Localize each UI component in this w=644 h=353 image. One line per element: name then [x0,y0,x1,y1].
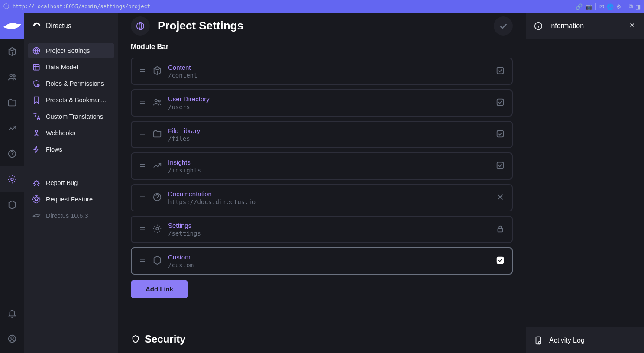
security-heading: Security [131,333,513,353]
panel-icon[interactable]: ⧉ [629,3,633,10]
module-rail [0,13,24,353]
rail-insights[interactable] [0,115,24,141]
svg-point-5 [11,337,13,339]
save-button[interactable] [494,16,513,36]
svg-rect-28 [497,162,504,168]
checkbox-icon[interactable] [495,97,505,109]
checkbox-icon[interactable] [495,66,505,77]
rail-content[interactable] [0,39,24,64]
module-name: File Library [168,127,200,134]
nav-divider [28,166,114,166]
browser-toolbar: 🔗 📷 ✉ 🌐 ⚙ ⧉ ◨ [576,3,641,10]
module-bar-label: Module Bar [131,43,513,51]
svg-point-48 [538,341,541,344]
page-header: Project Settings [118,13,526,39]
module-row[interactable]: User Directory /users [131,89,513,117]
globe-icon[interactable]: 🌐 [607,3,614,10]
info-icon: ⓘ [3,3,9,10]
nav-presets[interactable]: Presets & Bookmar… [28,92,114,108]
svg-rect-25 [497,130,504,137]
svg-rect-22 [497,99,504,105]
module-icon [152,256,162,267]
info-body [526,39,644,327]
gear-icon[interactable]: ⚙ [616,3,621,10]
nav-brand: Directus [24,13,118,39]
camera-icon[interactable]: 📷 [585,3,592,10]
module-icon [152,192,162,204]
add-link-button[interactable]: Add Link [131,280,188,298]
browser-bar: ⓘ http://localhost:8055/admin/settings/p… [0,0,644,13]
module-row[interactable]: Insights /insights [131,152,513,180]
module-name: Custom [168,253,194,261]
drag-handle-icon[interactable] [139,193,146,203]
sidebar-icon[interactable]: ◨ [635,3,641,10]
nav-project-settings[interactable]: Project Settings [28,43,114,58]
activity-log-button[interactable]: Activity Log [526,327,644,353]
brand-label: Directus [46,22,71,30]
rail-account[interactable] [0,327,24,353]
module-name: Settings [168,222,201,229]
svg-point-0 [10,74,13,77]
svg-point-11 [36,130,38,132]
info-panel: Information Activity Log [526,13,644,353]
rail-users[interactable] [0,64,24,90]
remove-icon[interactable] [495,192,505,204]
nav-version: Directus 10.6.3 [28,208,114,223]
nav-webhooks[interactable]: Webhooks [28,125,114,141]
nav-data-model[interactable]: Data Model [28,59,114,75]
module-row[interactable]: Content /content [131,58,513,85]
nav-report-bug[interactable]: Report Bug [28,175,114,191]
svg-point-13 [33,196,40,203]
drag-handle-icon[interactable] [139,67,146,76]
info-title: Information [549,22,622,30]
module-path: /users [168,104,210,110]
rail-files[interactable] [0,90,24,115]
close-info-button[interactable] [628,21,636,31]
svg-point-3 [11,178,13,181]
drag-handle-icon[interactable] [139,98,146,108]
rail-custom[interactable] [0,192,24,217]
drag-handle-icon[interactable] [139,225,146,234]
checkbox-icon[interactable] [495,161,505,172]
info-header: Information [526,13,644,39]
svg-point-20 [155,99,158,102]
module-name: Insights [168,159,201,166]
module-icon [152,129,162,140]
module-path: /insights [168,167,201,174]
rail-notifications[interactable] [0,302,24,327]
module-path: /content [168,72,197,79]
drag-handle-icon[interactable] [139,130,146,139]
module-list: Content /content User Directory /users F… [131,58,513,275]
module-path: https://docs.directus.io [168,198,256,205]
page-icon [131,16,150,36]
module-icon [152,97,162,109]
rail-settings[interactable] [0,166,24,192]
svg-point-12 [35,181,38,185]
link-icon[interactable]: 🔗 [576,3,583,10]
drag-handle-icon[interactable] [139,162,146,171]
svg-point-21 [158,100,160,102]
module-row[interactable]: Documentation https://docs.directus.io [131,184,513,211]
svg-rect-40 [497,257,504,263]
logo[interactable] [0,13,24,39]
module-row[interactable]: File Library /files [131,121,513,148]
nav-roles[interactable]: Roles & Permissions [28,76,114,91]
module-icon [152,161,162,172]
rail-docs[interactable] [0,141,24,166]
nav-request-feature[interactable]: Request Feature [28,191,114,207]
main-content: Project Settings Module Bar Content /con… [118,13,526,353]
svg-rect-17 [497,67,504,74]
page-title: Project Settings [158,19,243,32]
module-row[interactable]: Settings /settings [131,216,513,243]
module-row[interactable]: Custom /custom [131,247,513,275]
nav-flows[interactable]: Flows [28,142,114,157]
checkbox-icon[interactable] [495,129,505,140]
lock-icon [495,224,505,235]
nav-translations[interactable]: Custom Translations [28,109,114,124]
module-icon [152,66,162,77]
svg-point-36 [156,227,159,230]
drag-handle-icon[interactable] [139,256,146,266]
checkbox-icon[interactable] [495,256,505,267]
svg-point-1 [13,74,15,77]
mail-icon[interactable]: ✉ [599,3,604,10]
